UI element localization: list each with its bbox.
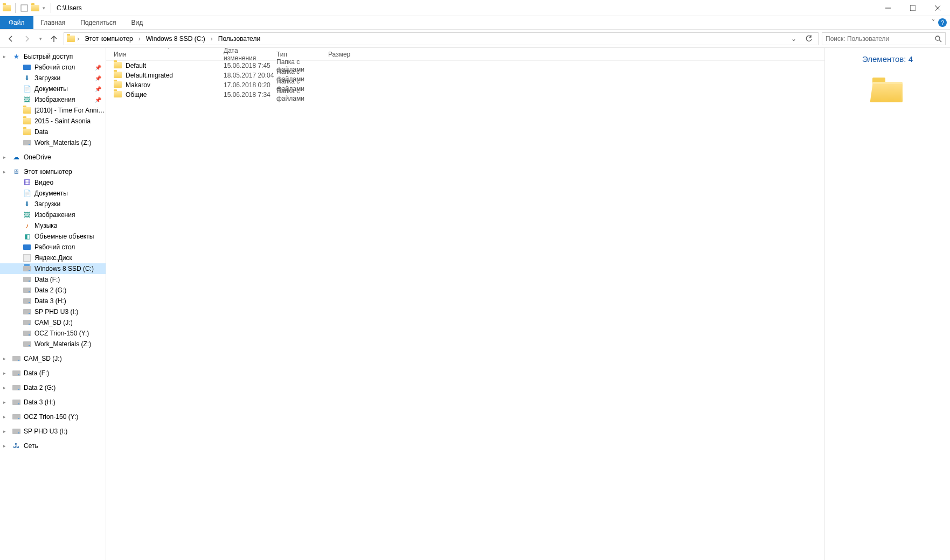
drive-icon — [12, 398, 20, 407]
refresh-icon[interactable] — [802, 35, 816, 43]
file-tab[interactable]: Файл — [0, 16, 33, 29]
sidebar-item-drive[interactable]: ▸ Data 3 (H:) — [0, 397, 106, 408]
folder-icon — [114, 62, 122, 69]
sidebar-item-drive-c[interactable]: Windows 8 SSD (C:) — [0, 263, 106, 274]
sidebar-item-drive[interactable]: ▸ Data 2 (G:) — [0, 382, 106, 393]
chevron-right-icon[interactable]: ▸ — [3, 155, 10, 160]
sidebar-item-music[interactable]: ♪ Музыка — [0, 220, 106, 231]
download-icon: ⬇ — [23, 200, 31, 208]
search-box[interactable] — [822, 32, 946, 45]
close-button[interactable] — [925, 0, 950, 16]
sidebar-item-folder[interactable]: [2010] - Time For Annihilation - On — [0, 105, 106, 116]
chevron-right-icon[interactable]: ▸ — [3, 414, 10, 419]
properties-icon[interactable] — [20, 4, 29, 12]
sidebar-item-drive[interactable]: ▸ SP PHD U3 (I:) — [0, 426, 106, 437]
column-name[interactable]: ˄ Имя — [114, 51, 224, 58]
maximize-button[interactable] — [900, 0, 925, 16]
sidebar-item-label: Документы — [34, 85, 68, 93]
sidebar-item-drive[interactable]: SP PHD U3 (I:) — [0, 306, 106, 317]
sidebar-item-folder[interactable]: Data — [0, 127, 106, 137]
table-row[interactable]: Default.migrated18.05.2017 20:04Папка с … — [106, 71, 824, 80]
chevron-right-icon[interactable]: › — [137, 35, 142, 43]
address-dropdown-icon[interactable]: ⌄ — [789, 35, 799, 43]
recent-locations-button[interactable]: ▾ — [37, 32, 44, 45]
chevron-right-icon[interactable]: ▸ — [3, 429, 10, 434]
search-icon[interactable] — [934, 35, 942, 43]
up-button[interactable] — [47, 32, 60, 45]
sidebar-item-drive[interactable]: ▸ CAM_SD (J:) — [0, 353, 106, 364]
sidebar-item-label: Data — [34, 128, 48, 136]
column-date[interactable]: Дата изменения — [224, 47, 276, 62]
chevron-right-icon[interactable]: ▸ — [3, 370, 10, 376]
sidebar-item-documents[interactable]: 📄 Документы — [0, 188, 106, 199]
help-icon[interactable]: ? — [938, 18, 947, 27]
breadcrumb[interactable]: Windows 8 SSD (C:) — [143, 33, 209, 45]
sidebar-item-desktop[interactable]: Рабочий стол 📌 — [0, 62, 106, 73]
sidebar-item-desktop[interactable]: Рабочий стол — [0, 242, 106, 253]
drive-icon — [23, 307, 31, 316]
chevron-right-icon[interactable]: › — [210, 35, 214, 43]
sidebar-item-drive[interactable]: Data (F:) — [0, 274, 106, 285]
chevron-right-icon[interactable]: ▸ — [3, 400, 10, 405]
sidebar-network[interactable]: ▸ 🖧 Сеть — [0, 440, 106, 451]
sidebar-item-label: Data 3 (H:) — [34, 297, 66, 305]
chevron-right-icon[interactable]: › — [76, 35, 80, 43]
address-bar[interactable]: › Этот компьютер › Windows 8 SSD (C:) › … — [64, 32, 819, 45]
table-row[interactable]: Makarov17.06.2018 0:20Папка с файлами — [106, 80, 824, 90]
tab-view[interactable]: Вид — [123, 16, 150, 29]
minimize-button[interactable] — [876, 0, 900, 16]
sidebar-quick-access[interactable]: ▸ ★ Быстрый доступ — [0, 51, 106, 62]
table-row[interactable]: Общие15.06.2018 7:34Папка с файлами — [106, 90, 824, 100]
sidebar-this-pc[interactable]: ▸ 🖥 Этот компьютер — [0, 166, 106, 177]
chevron-right-icon[interactable]: ▸ — [3, 54, 10, 59]
onedrive-icon: ☁ — [12, 153, 20, 162]
pin-icon: 📌 — [95, 97, 101, 103]
star-icon: ★ — [12, 52, 20, 61]
sidebar-item-3d[interactable]: ◧ Объемные объекты — [0, 231, 106, 242]
column-size[interactable]: Размер — [328, 51, 371, 58]
chevron-right-icon[interactable]: ▸ — [3, 169, 10, 174]
ribbon-collapse-icon[interactable]: ˅ — [932, 19, 935, 26]
search-input[interactable] — [826, 35, 931, 43]
chevron-right-icon[interactable]: ▸ — [3, 443, 10, 449]
sidebar-item-drive[interactable]: ▸ Data (F:) — [0, 368, 106, 379]
chevron-right-icon[interactable]: ▸ — [3, 356, 10, 361]
sidebar-item-label: Data 2 (G:) — [24, 384, 56, 391]
sidebar-item-label: CAM_SD (J:) — [24, 355, 62, 362]
sidebar-item-drive[interactable]: CAM_SD (J:) — [0, 317, 106, 328]
back-button[interactable] — [4, 32, 17, 45]
sidebar-item-drive[interactable]: ▸ OCZ Trion-150 (Y:) — [0, 411, 106, 422]
sidebar: ▸ ★ Быстрый доступ Рабочий стол 📌 ⬇ Загр… — [0, 48, 106, 560]
column-type[interactable]: Тип — [276, 51, 328, 58]
sidebar-item-videos[interactable]: 🎞 Видео — [0, 177, 106, 188]
svg-point-5 — [935, 36, 940, 40]
breadcrumb[interactable]: Пользователи — [215, 33, 263, 45]
svg-line-6 — [939, 40, 941, 42]
sidebar-item-documents[interactable]: 📄 Документы 📌 — [0, 83, 106, 94]
sidebar-item-drive[interactable]: Data 2 (G:) — [0, 285, 106, 296]
sidebar-item-pictures[interactable]: 🖼 Изображения — [0, 209, 106, 220]
sidebar-item-drive[interactable]: Data 3 (H:) — [0, 296, 106, 306]
breadcrumb[interactable]: Этот компьютер — [81, 33, 136, 45]
sidebar-item-downloads[interactable]: ⬇ Загрузки 📌 — [0, 73, 106, 83]
table-row[interactable]: Default15.06.2018 7:45Папка с файлами — [106, 61, 824, 71]
sidebar-onedrive[interactable]: ▸ ☁ OneDrive — [0, 152, 106, 163]
tab-share[interactable]: Поделиться — [73, 16, 123, 29]
sidebar-item-drive[interactable]: OCZ Trion-150 (Y:) — [0, 328, 106, 339]
file-name: Default — [126, 62, 224, 69]
window-controls — [876, 0, 950, 16]
forward-button[interactable] — [20, 32, 33, 45]
chevron-right-icon[interactable]: ▸ — [3, 385, 10, 390]
sidebar-item-yandex[interactable]: Яндекс.Диск — [0, 253, 106, 263]
drive-icon — [12, 412, 20, 421]
sidebar-item-pictures[interactable]: 🖼 Изображения 📌 — [0, 94, 106, 105]
sidebar-item-downloads[interactable]: ⬇ Загрузки — [0, 199, 106, 209]
sidebar-item-drive[interactable]: Work_Materials (Z:) — [0, 339, 106, 349]
pictures-icon: 🖼 — [23, 211, 31, 219]
qat-dropdown-icon[interactable]: ▾ — [41, 5, 46, 11]
column-headers: ˄ Имя Дата изменения Тип Размер — [106, 48, 824, 61]
sidebar-item-folder[interactable]: 2015 - Saint Asonia — [0, 116, 106, 127]
drive-icon — [12, 369, 20, 377]
sidebar-item-drive[interactable]: Work_Materials (Z:) — [0, 137, 106, 148]
tab-home[interactable]: Главная — [33, 16, 73, 29]
